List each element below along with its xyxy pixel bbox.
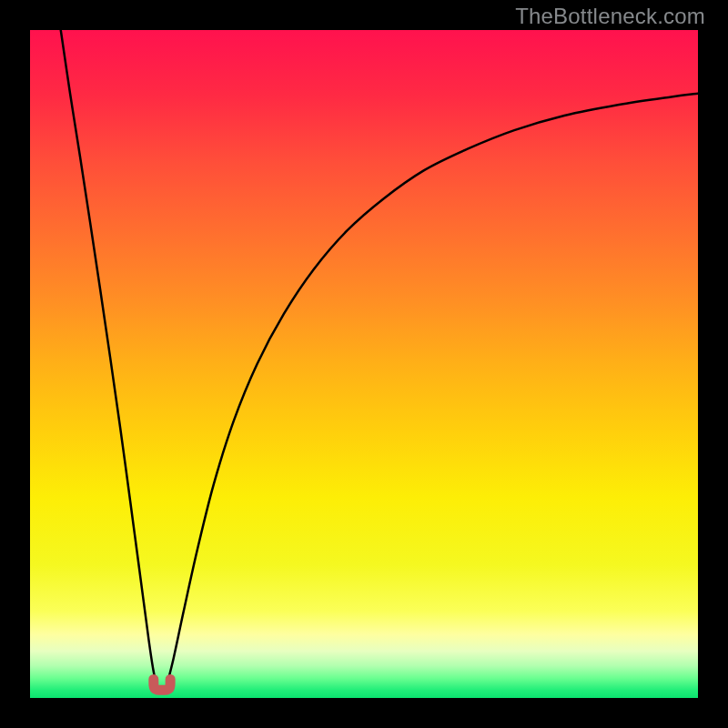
valley-marker xyxy=(154,679,170,690)
curve-left-branch xyxy=(61,30,157,684)
curve-layer xyxy=(30,30,698,698)
watermark-text: TheBottleneck.com xyxy=(515,4,705,29)
chart-frame xyxy=(30,30,698,698)
curve-right-branch xyxy=(167,94,698,685)
